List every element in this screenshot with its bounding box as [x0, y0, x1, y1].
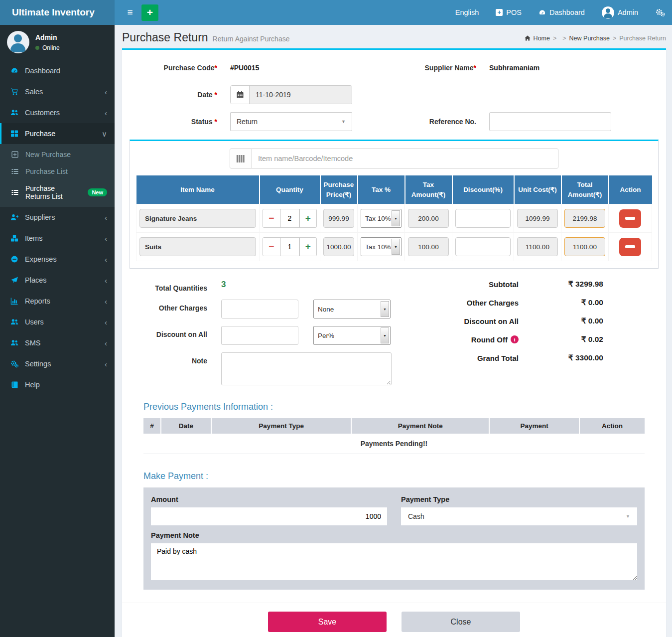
save-button[interactable]: Save — [268, 612, 387, 632]
col-tax-amount: Tax Amount(₹) — [405, 175, 452, 204]
sidebar-item-purchase-returns-list[interactable]: Purchase Returns List New — [0, 180, 115, 205]
sidebar-toggle-icon[interactable]: ≡ — [122, 0, 138, 25]
reference-no-input[interactable] — [489, 112, 611, 131]
quick-add-button[interactable]: + — [141, 4, 158, 21]
pos-label: POS — [506, 8, 522, 16]
users-icon — [10, 109, 19, 117]
sidebar-item-purchase-list[interactable]: Purchase List — [0, 163, 115, 180]
sidebar-item-label: Suppliers — [25, 213, 55, 221]
th-large-icon — [10, 130, 19, 138]
grand-total-value: ₹ 3300.00 — [519, 353, 603, 362]
sidebar-item-suppliers[interactable]: Suppliers ‹ — [0, 207, 115, 228]
quantity-stepper: − + — [263, 237, 317, 256]
payment-note-textarea[interactable]: Paid by cash — [151, 543, 637, 580]
book-icon — [10, 381, 19, 389]
tax-amount-field — [408, 209, 449, 228]
breadcrumb-item-new-purchase[interactable]: New Purchase — [569, 35, 610, 42]
discount-type-select[interactable]: Per% ▼ — [313, 326, 391, 345]
sidebar-item-new-purchase[interactable]: New Purchase — [0, 146, 115, 163]
chevron-left-icon: ‹ — [105, 256, 107, 263]
sidebar-item-items[interactable]: Items ‹ — [0, 228, 115, 249]
tax-value: Tax 10% — [361, 238, 391, 256]
plus-square-icon — [10, 151, 19, 159]
qty-increase-button[interactable]: + — [300, 209, 317, 227]
tax-select[interactable]: Tax 10% ▼ — [361, 237, 402, 256]
total-amount-field — [564, 209, 605, 228]
other-charges-input[interactable] — [221, 300, 298, 318]
sidebar-item-users[interactable]: Users ‹ — [0, 312, 115, 332]
discount-on-all-input[interactable] — [221, 326, 298, 345]
remove-item-button[interactable] — [619, 238, 641, 256]
date-input[interactable] — [250, 86, 352, 104]
breadcrumb: Home > > New Purchase > Purchase Return — [524, 35, 666, 42]
paper-plane-icon — [10, 276, 19, 284]
sidebar: Admin Online Dashboard Sales ‹ Customers… — [0, 25, 115, 637]
sidebar-item-places[interactable]: Places ‹ — [0, 270, 115, 291]
user-avatar-icon — [602, 6, 614, 19]
other-charges-label: Other Charges — [135, 300, 207, 312]
select-arrow-icon: ▼ — [392, 210, 400, 226]
tax-amount-field — [408, 237, 449, 256]
sidebar-item-settings[interactable]: Settings ‹ — [0, 353, 115, 374]
sidebar-item-dashboard[interactable]: Dashboard — [0, 60, 115, 81]
close-button[interactable]: Close — [402, 612, 520, 632]
sidebar-item-expenses[interactable]: Expenses ‹ — [0, 249, 115, 270]
qty-decrease-button[interactable]: − — [263, 238, 280, 256]
col-payment-note: Payment Note — [351, 418, 489, 434]
sidebar-item-reports[interactable]: Reports ‹ — [0, 291, 115, 312]
supplier-name-value: Subhramaniam — [489, 64, 539, 72]
subtotal-value: ₹ 3299.98 — [519, 280, 603, 289]
previous-payments-table: # Date Payment Type Payment Note Payment… — [143, 418, 645, 454]
sidebar-item-label: Settings — [25, 360, 51, 368]
info-icon[interactable]: i — [511, 335, 519, 343]
sidebar-item-sms[interactable]: SMS ‹ — [0, 332, 115, 353]
sidebar-item-sales[interactable]: Sales ‹ — [0, 81, 115, 102]
chevron-down-icon: ▼ — [626, 514, 630, 519]
discount-input[interactable] — [455, 237, 511, 256]
sidebar-item-label: SMS — [25, 339, 40, 347]
sidebar-item-help[interactable]: Help — [0, 374, 115, 395]
tax-select[interactable]: Tax 10% ▼ — [361, 209, 402, 228]
item-search-input[interactable] — [252, 149, 558, 168]
sidebar-item-label: Sales — [25, 88, 43, 96]
barcode-icon — [230, 149, 252, 168]
user-menu[interactable]: Admin — [602, 6, 638, 19]
note-label: Note — [135, 352, 207, 365]
user-plus-icon — [10, 213, 19, 221]
calendar-icon[interactable] — [231, 86, 250, 104]
purchase-submenu: New Purchase Purchase List Purchase Retu… — [0, 144, 115, 207]
sidebar-item-label: Purchase Returns List — [25, 184, 78, 200]
payment-type-select[interactable]: Cash ▼ — [401, 507, 637, 525]
remove-item-button[interactable] — [619, 209, 641, 228]
note-textarea[interactable] — [221, 352, 392, 385]
total-amount-field — [564, 237, 605, 256]
items-table: Item Name Quantity Purchase Price(₹) Tax… — [136, 175, 652, 261]
qty-input[interactable] — [280, 209, 300, 227]
sidebar-item-customers[interactable]: Customers ‹ — [0, 102, 115, 123]
settings-menu[interactable] — [655, 8, 665, 17]
qty-increase-button[interactable]: + — [300, 238, 317, 256]
app-brand: Ultimate Inventory — [0, 0, 115, 25]
col-purchase-price: Purchase Price(₹) — [320, 175, 358, 204]
sidebar-item-purchase[interactable]: Purchase ∨ — [0, 123, 115, 144]
items-header-row: Item Name Quantity Purchase Price(₹) Tax… — [136, 175, 652, 204]
pos-link[interactable]: POS — [496, 8, 522, 16]
chevron-left-icon: ‹ — [105, 318, 107, 326]
discount-input[interactable] — [455, 209, 511, 228]
language-menu[interactable]: English — [455, 8, 479, 16]
form-actions: Save Close — [122, 603, 666, 637]
item-name-field — [139, 237, 256, 256]
breadcrumb-home[interactable]: Home — [524, 35, 550, 42]
status-select[interactable]: Return ▼ — [230, 112, 352, 131]
other-charges-type-select[interactable]: None ▼ — [313, 300, 391, 318]
sidebar-item-label: Dashboard — [25, 67, 60, 75]
amount-input[interactable] — [151, 507, 387, 525]
qty-decrease-button[interactable]: − — [263, 209, 280, 227]
supplier-name-label: Supplier Name* — [394, 64, 476, 72]
col-total-amount: Total Amount(₹) — [561, 175, 609, 204]
col-action: Action — [579, 418, 645, 434]
col-item-name: Item Name — [136, 175, 260, 204]
qty-input[interactable] — [280, 238, 300, 256]
dashboard-link[interactable]: Dashboard — [538, 8, 585, 16]
payment-type-label: Payment Type — [401, 495, 637, 503]
